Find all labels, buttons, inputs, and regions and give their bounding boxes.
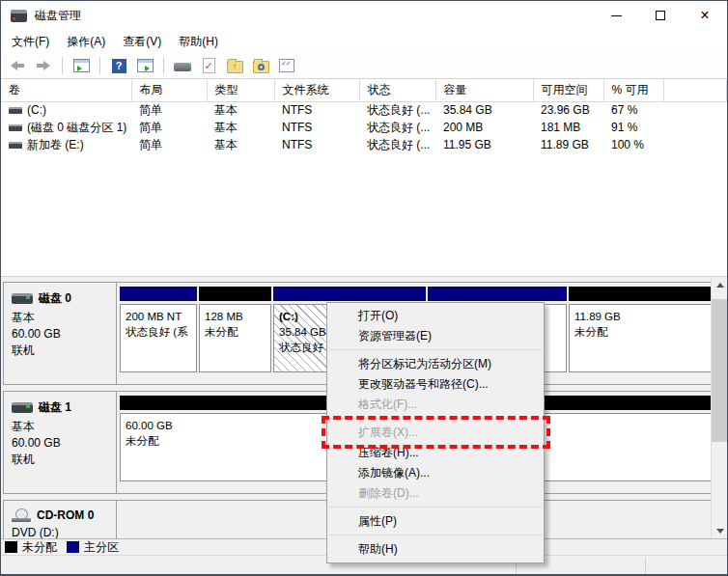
volume-free-cell: 11.89 GB	[533, 136, 603, 153]
disk-sub-line: 基本	[12, 310, 110, 326]
action-pane-icon	[137, 59, 154, 72]
volume-free-cell: 181 MB	[533, 119, 603, 136]
disk-sub-line: 60.00 GB	[12, 326, 110, 343]
volume-name: (磁盘 0 磁盘分区 1)	[27, 120, 126, 136]
volume-icon	[9, 124, 22, 131]
menu-item-4[interactable]: 帮助(H)	[170, 31, 227, 53]
context-menu-item[interactable]: 将分区标记为活动分区(M)	[327, 354, 544, 374]
disk-sub-line: DVD (D:)	[12, 525, 110, 538]
folder-export-button[interactable]: ↑	[224, 56, 245, 76]
partition-text-line: 200 MB NT	[126, 309, 191, 324]
menu-item-2[interactable]: 操作(A)	[58, 31, 114, 53]
forward-button[interactable]	[33, 56, 54, 76]
volume-status-cell: 状态良好 (...	[359, 136, 435, 153]
back-button[interactable]	[7, 56, 28, 76]
back-icon	[10, 61, 25, 70]
legend-item: 主分区	[67, 539, 119, 556]
volume-type-cell: 基本	[207, 119, 274, 136]
disk-label[interactable]: 磁盘 1基本60.00 GB联机	[4, 392, 117, 493]
volume-free-cell: 23.96 GB	[533, 101, 603, 119]
context-menu-item[interactable]: 帮助(H)	[327, 539, 544, 560]
volume-layout-cell: 简单	[131, 101, 207, 119]
folder-search-button[interactable]	[250, 56, 271, 76]
volume-pct-cell: 91 %	[603, 119, 663, 136]
context-menu-item[interactable]: 资源管理器(E)	[327, 326, 544, 346]
column-header[interactable]: 类型	[207, 80, 274, 101]
menu-item-1[interactable]: 文件(F)	[3, 31, 58, 53]
scroll-up-button[interactable]	[712, 277, 727, 293]
column-header[interactable]: 文件系统	[274, 80, 359, 101]
volume-row[interactable]: 新加卷 (E:)简单基本NTFS状态良好 (...11.95 GB11.89 G…	[1, 136, 727, 153]
menu-separator	[329, 349, 542, 350]
column-header[interactable]: 容量	[435, 80, 533, 101]
context-menu-item[interactable]: 添加镜像(A)...	[327, 463, 544, 483]
minimize-button[interactable]	[594, 1, 638, 30]
volume-capacity-cell: 11.95 GB	[435, 136, 533, 153]
disk-device-button[interactable]	[172, 56, 193, 76]
close-icon: ×	[700, 8, 709, 23]
partition-block[interactable]: 128 MB未分配	[199, 287, 271, 372]
partition-type-bar	[120, 287, 197, 301]
folder-search-icon	[253, 61, 269, 73]
legend-label: 主分区	[84, 539, 119, 556]
scroll-down-button[interactable]	[712, 523, 727, 538]
volume-row[interactable]: (磁盘 0 磁盘分区 1)简单基本NTFS状态良好 (...200 MB181 …	[1, 119, 727, 136]
volume-name: (C:)	[27, 103, 46, 117]
help-button[interactable]: ?	[108, 56, 129, 76]
disk-label[interactable]: 磁盘 0基本60.00 GB联机	[4, 283, 117, 384]
disk-name: 磁盘 0	[39, 290, 71, 307]
partition-text-line: 未分配	[205, 324, 266, 340]
status-divider	[645, 558, 646, 573]
volume-name-cell: (C:)	[1, 101, 131, 119]
scrollbar-thumb[interactable]	[712, 299, 727, 442]
partition-block[interactable]: 11.89 GB未分配	[569, 287, 713, 372]
volume-pct-cell: 67 %	[603, 101, 663, 119]
column-header[interactable]: 状态	[359, 80, 435, 101]
partition-type-bar	[428, 287, 567, 301]
volume-type-cell: 基本	[207, 101, 274, 119]
title-bar: 磁盘管理 ×	[1, 1, 727, 30]
volume-icon	[9, 142, 22, 149]
volume-row[interactable]: (C:)简单基本NTFS状态良好 (...35.84 GB23.96 GB67 …	[1, 101, 727, 119]
partition-box[interactable]: 11.89 GB未分配	[569, 304, 713, 372]
close-button[interactable]: ×	[683, 1, 727, 30]
context-menu-item[interactable]: 属性(P)	[327, 511, 544, 532]
volume-type-cell: 基本	[207, 136, 274, 153]
disk-sub-line: 联机	[12, 452, 110, 468]
check-disk-button[interactable]: ✓	[198, 56, 219, 76]
task-list-icon	[279, 59, 294, 72]
column-header[interactable]: 可用空间	[533, 80, 603, 101]
column-header[interactable]: 卷	[1, 80, 131, 101]
volume-layout-cell: 简单	[131, 119, 207, 136]
menu-separator	[329, 507, 542, 507]
partition-box[interactable]: 128 MB未分配	[199, 304, 271, 372]
partition-block[interactable]: 200 MB NT状态良好 (系	[120, 287, 197, 372]
partition-type-bar	[569, 287, 713, 301]
window-controls: ×	[594, 1, 727, 30]
partition-box[interactable]: 200 MB NT状态良好 (系	[120, 304, 197, 372]
maximize-button[interactable]	[638, 1, 683, 30]
column-header[interactable]: % 可用	[603, 80, 663, 101]
action-pane-button[interactable]	[134, 56, 155, 76]
context-menu-item[interactable]: 更改驱动器号和路径(C)...	[327, 374, 544, 395]
legend-label: 未分配	[22, 539, 57, 556]
task-list-button[interactable]	[276, 56, 297, 76]
legend-item: 未分配	[5, 539, 57, 556]
menu-item-3[interactable]: 查看(V)	[114, 31, 170, 53]
volume-fs-cell: NTFS	[274, 119, 359, 136]
app-disk-icon	[11, 10, 27, 22]
volume-list-pane: 卷布局类型文件系统状态容量可用空间% 可用 (C:)简单基本NTFS状态良好 (…	[1, 80, 727, 276]
console-tree-button[interactable]	[70, 56, 92, 76]
volume-status-cell: 状态良好 (...	[359, 101, 435, 119]
disk-label[interactable]: CD-ROM 0DVD (D:)	[4, 501, 117, 538]
disk-icon	[12, 402, 33, 413]
disk-name: CD-ROM 0	[37, 508, 94, 522]
window-title: 磁盘管理	[35, 8, 81, 24]
column-header[interactable]	[663, 80, 727, 101]
column-header[interactable]: 布局	[131, 80, 207, 101]
context-menu-item[interactable]: 打开(O)	[327, 306, 544, 326]
folder-export-icon: ↑	[227, 61, 243, 73]
context-menu-item: 格式化(F)...	[327, 395, 544, 415]
vertical-scrollbar[interactable]	[711, 277, 727, 538]
legend-swatch	[5, 541, 17, 553]
